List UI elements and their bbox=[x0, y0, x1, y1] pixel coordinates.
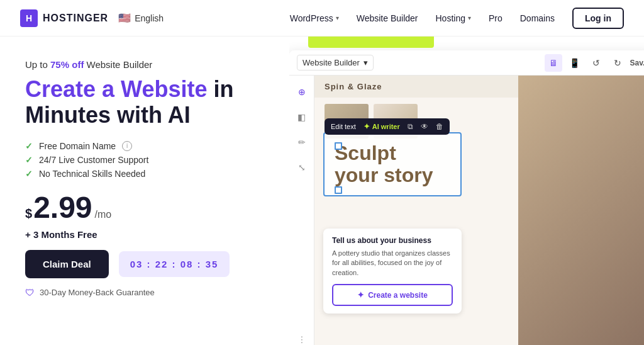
promo-percent: 75% off bbox=[50, 59, 84, 70]
check-icon: ✓ bbox=[25, 141, 33, 151]
cta-row: Claim Deal 03 : 22 : 08 : 35 bbox=[25, 250, 264, 278]
builder-dropdown-label: Website Builder bbox=[303, 58, 360, 67]
info-icon[interactable]: i bbox=[122, 141, 132, 151]
check-icon: ✓ bbox=[25, 169, 33, 179]
pricing-section: $ 2.99 /mo bbox=[25, 193, 264, 225]
selected-text-element[interactable]: Sculpt your story bbox=[323, 132, 462, 196]
countdown-timer: 03 : 22 : 08 : 35 bbox=[119, 251, 230, 277]
person-image bbox=[518, 76, 644, 345]
hero-left-panel: Up to 75% off Website Builder Create a W… bbox=[0, 37, 289, 345]
text-edit-popup: Edit text ✦ AI writer ⧉ 👁 🗑 bbox=[325, 118, 450, 135]
ai-star-icon: ✦ bbox=[364, 122, 370, 131]
sparkle-icon: ✦ bbox=[357, 290, 364, 300]
save-label[interactable]: Sav... bbox=[630, 59, 644, 67]
chevron-down-icon: ▾ bbox=[468, 14, 471, 21]
features-list: ✓ Free Domain Name i ✓ 24/7 Live Custome… bbox=[25, 141, 264, 179]
language-label: English bbox=[135, 13, 164, 23]
business-panel-title: Tell us about your business bbox=[332, 236, 453, 245]
currency-symbol: $ bbox=[25, 206, 32, 221]
logo[interactable]: H HOSTINGER bbox=[20, 9, 108, 27]
free-months: + 3 Months Free bbox=[25, 229, 264, 240]
business-info-panel: Tell us about your business A pottery st… bbox=[323, 229, 462, 314]
price-row: $ 2.99 /mo bbox=[25, 193, 264, 223]
builder-sidebar: ⊕ ◧ ✏ ⤡ ··· bbox=[289, 76, 314, 345]
main-content: Up to 75% off Website Builder Create a W… bbox=[0, 37, 644, 345]
nav-hosting[interactable]: Hosting ▾ bbox=[435, 13, 470, 23]
builder-toolbar-right: 🖥 📱 ↺ ↻ Sav... bbox=[545, 54, 644, 72]
ai-writer-label: AI writer bbox=[372, 123, 400, 130]
headline-accent: Create a Website bbox=[25, 76, 213, 102]
eye-icon[interactable]: 👁 bbox=[421, 122, 428, 131]
sidebar-add-tool[interactable]: ⊕ bbox=[293, 83, 311, 101]
builder-view-dropdown[interactable]: Website Builder ▾ bbox=[297, 55, 374, 71]
builder-body: ⊕ ◧ ✏ ⤡ ··· Spin & Glaze bbox=[289, 76, 644, 345]
feature-text: 24/7 Live Customer Support bbox=[39, 155, 148, 165]
preview-site: Spin & Glaze Edit text ✦ AI w bbox=[314, 76, 644, 345]
nav-domains[interactable]: Domains bbox=[520, 13, 555, 23]
shield-icon: 🛡 bbox=[25, 287, 35, 298]
main-nav: WordPress ▾ Website Builder Hosting ▾ Pr… bbox=[290, 8, 624, 29]
guarantee-label: 30-Day Money-Back Guarantee bbox=[40, 288, 155, 297]
create-website-button[interactable]: ✦ Create a website bbox=[332, 284, 453, 306]
trash-icon[interactable]: 🗑 bbox=[436, 122, 443, 131]
nav-pro[interactable]: Pro bbox=[489, 13, 502, 23]
flag-icon: 🇺🇸 bbox=[118, 12, 131, 24]
main-header: H HOSTINGER 🇺🇸 English WordPress ▾ Websi… bbox=[0, 0, 644, 37]
undo-icon[interactable]: ↺ bbox=[587, 54, 605, 72]
redo-icon[interactable]: ↻ bbox=[609, 54, 626, 72]
main-headline: Create a Website inMinutes with AI bbox=[25, 76, 264, 128]
builder-toolbar: Website Builder ▾ 🖥 📱 ↺ ↻ Sav... bbox=[289, 50, 644, 76]
nav-website-builder[interactable]: Website Builder bbox=[357, 13, 418, 23]
language-selector[interactable]: 🇺🇸 English bbox=[118, 12, 164, 24]
check-icon: ✓ bbox=[25, 155, 33, 165]
feature-text: Free Domain Name bbox=[39, 141, 116, 151]
builder-canvas: Spin & Glaze Edit text ✦ AI w bbox=[314, 76, 644, 345]
feature-item: ✓ No Technical Skills Needed bbox=[25, 169, 264, 179]
promo-suffix: Website Builder bbox=[87, 59, 153, 70]
claim-deal-button[interactable]: Claim Deal bbox=[25, 250, 109, 278]
price-amount: 2.99 bbox=[33, 193, 92, 223]
header-left: H HOSTINGER 🇺🇸 English bbox=[20, 9, 164, 27]
price-period: /mo bbox=[95, 209, 112, 220]
nav-wordpress[interactable]: WordPress ▾ bbox=[290, 13, 339, 23]
duplicate-icon[interactable]: ⧉ bbox=[408, 122, 413, 131]
desktop-view-icon[interactable]: 🖥 bbox=[545, 54, 562, 72]
login-button[interactable]: Log in bbox=[572, 8, 624, 29]
ai-writer-button[interactable]: ✦ AI writer bbox=[364, 122, 400, 131]
chevron-down-icon: ▾ bbox=[336, 14, 339, 21]
builder-preview-panel: Website Builder ▾ 🖥 📱 ↺ ↻ Sav... ⊕ ◧ ✏ bbox=[289, 37, 644, 345]
green-accent-bar bbox=[308, 37, 434, 48]
feature-item: ✓ 24/7 Live Customer Support bbox=[25, 155, 264, 165]
feature-item: ✓ Free Domain Name i bbox=[25, 141, 264, 151]
feature-text: No Technical Skills Needed bbox=[39, 169, 145, 179]
create-website-label: Create a website bbox=[368, 291, 428, 300]
dropdown-chevron-icon: ▾ bbox=[364, 58, 368, 67]
logo-icon: H bbox=[20, 9, 38, 27]
edit-text-button[interactable]: Edit text bbox=[331, 123, 356, 130]
sidebar-design-tool[interactable]: ✏ bbox=[293, 133, 311, 151]
business-panel-desc: A pottery studio that organizes classes … bbox=[332, 249, 453, 278]
builder-window: Website Builder ▾ 🖥 📱 ↺ ↻ Sav... ⊕ ◧ ✏ bbox=[289, 50, 644, 345]
promo-text: Up to 75% off Website Builder bbox=[25, 59, 264, 70]
sidebar-layers-tool[interactable]: ◧ bbox=[293, 108, 311, 126]
preview-site-name: Spin & Glaze bbox=[325, 82, 382, 91]
guarantee-text: 🛡 30-Day Money-Back Guarantee bbox=[25, 287, 264, 298]
logo-text: HOSTINGER bbox=[43, 13, 108, 24]
mobile-view-icon[interactable]: 📱 bbox=[566, 54, 584, 72]
sculpt-text: Sculpt your story bbox=[335, 142, 450, 186]
sidebar-more-icon[interactable]: ··· bbox=[296, 336, 308, 344]
sidebar-crop-tool[interactable]: ⤡ bbox=[293, 159, 311, 176]
